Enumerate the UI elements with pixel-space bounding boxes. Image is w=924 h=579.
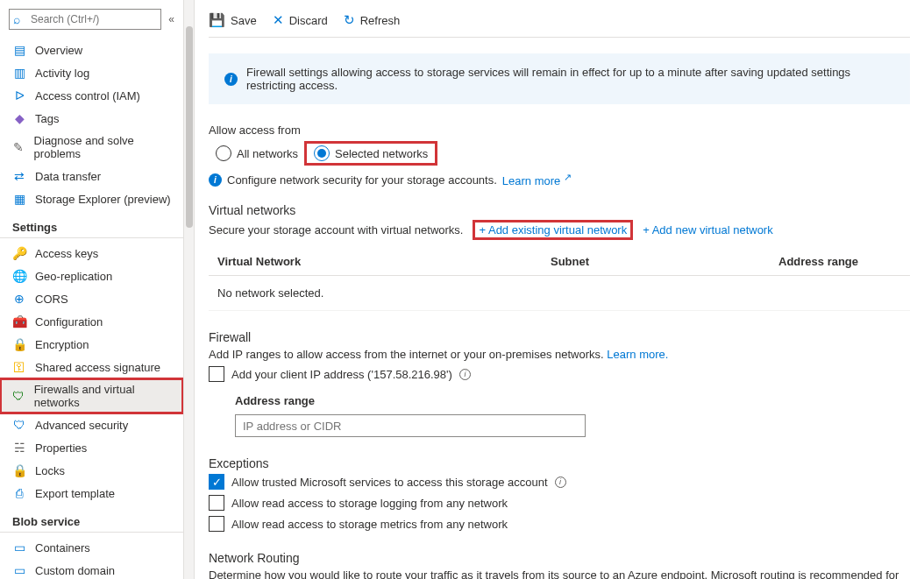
sidebar-item-encryption[interactable]: 🔒 Encryption [0, 333, 183, 356]
containers-icon: ▭ [12, 540, 26, 554]
sidebar-item-containers[interactable]: ▭ Containers [0, 536, 183, 559]
learn-more-link[interactable]: Learn more ↗ [502, 172, 572, 187]
sidebar-item-storage-explorer[interactable]: ▦ Storage Explorer (preview) [0, 187, 183, 210]
logging-label: Allow read access to storage logging fro… [231, 497, 508, 510]
add-existing-vnet-link[interactable]: + Add existing virtual network [473, 221, 632, 239]
sidebar-item-label: Tags [35, 112, 59, 125]
sidebar-item-label: Containers [35, 541, 90, 554]
sidebar-item-overview[interactable]: ▤ Overview [0, 39, 183, 61]
info-icon[interactable]: i [459, 369, 471, 380]
key-icon: 🔑 [12, 246, 26, 260]
sas-icon: ⚿ [12, 360, 26, 374]
access-control-icon: ᐅ [12, 88, 26, 102]
exceptions-heading: Exceptions [209, 456, 910, 470]
save-icon: 💾 [209, 12, 225, 28]
settings-group-header: Settings [0, 210, 183, 238]
info-icon: i [224, 73, 238, 86]
search-input[interactable] [9, 9, 161, 30]
lock-icon: 🔒 [12, 463, 26, 477]
sidebar-item-advanced-security[interactable]: 🛡 Advanced security [0, 413, 183, 436]
sidebar-item-label: CORS [35, 293, 68, 306]
radio-selected-networks[interactable]: Selected networks [305, 142, 437, 165]
sidebar-item-geo-replication[interactable]: 🌐 Geo-replication [0, 265, 183, 287]
metrics-checkbox[interactable] [209, 516, 224, 532]
sidebar-item-label: Locks [35, 464, 65, 477]
sidebar-item-label: Data transfer [35, 170, 101, 183]
discard-icon: ✕ [273, 12, 284, 28]
blob-service-group-header: Blob service [0, 505, 183, 533]
properties-icon: ☵ [12, 441, 26, 455]
banner-text: Firewall settings allowing access to sto… [246, 66, 894, 92]
sidebar-item-label: Storage Explorer (preview) [35, 193, 171, 206]
activity-log-icon: ▥ [12, 66, 26, 80]
encryption-icon: 🔒 [12, 337, 26, 351]
sidebar-item-custom-domain[interactable]: ▭ Custom domain [0, 559, 183, 579]
radio-label: All networks [237, 147, 298, 160]
custom-domain-icon: ▭ [12, 563, 26, 577]
sidebar-item-label: Firewalls and virtual networks [34, 383, 171, 409]
sidebar-item-label: Advanced security [35, 419, 128, 432]
toolbar: 💾 Save ✕ Discard ↻ Refresh [209, 12, 910, 38]
info-icon[interactable]: i [555, 477, 566, 488]
discard-button[interactable]: ✕ Discard [273, 12, 328, 28]
toolbar-label: Refresh [360, 14, 401, 27]
radio-all-networks[interactable]: All networks [209, 142, 305, 165]
sidebar-item-label: Shared access signature [35, 361, 160, 374]
sidebar-item-data-transfer[interactable]: ⇄ Data transfer [0, 165, 183, 187]
col-virtual-network: Virtual Network [217, 255, 551, 268]
tags-icon: ◆ [12, 111, 26, 125]
trusted-services-checkbox[interactable]: ✓ [209, 474, 224, 490]
search-icon: ⌕ [13, 12, 20, 26]
sidebar: ⌕ « ▤ Overview ▥ Activity log ᐅ Access c… [0, 0, 184, 579]
collapse-icon[interactable]: « [168, 13, 174, 25]
network-routing-desc: Determine how you would like to route yo… [209, 568, 910, 579]
sidebar-item-label: Export template [35, 487, 115, 500]
address-range-label: Address range [235, 394, 910, 407]
sidebar-item-activity-log[interactable]: ▥ Activity log [0, 61, 183, 84]
sidebar-item-access-control[interactable]: ᐅ Access control (IAM) [0, 84, 183, 107]
address-range-input[interactable] [235, 414, 586, 437]
sidebar-item-shared-access-signature[interactable]: ⚿ Shared access signature [0, 356, 183, 378]
sidebar-item-firewalls-vnet[interactable]: 🛡 Firewalls and virtual networks [0, 378, 183, 413]
save-button[interactable]: 💾 Save [209, 12, 257, 28]
firewall-learn-more-link[interactable]: Learn more. [607, 348, 668, 361]
data-transfer-icon: ⇄ [12, 169, 26, 183]
sidebar-item-label: Access keys [35, 247, 98, 260]
refresh-button[interactable]: ↻ Refresh [344, 12, 401, 28]
add-client-ip-label: Add your client IP address ('157.58.216.… [231, 368, 452, 381]
sidebar-item-label: Configuration [35, 315, 103, 328]
vnet-table-header: Virtual Network Subnet Address range [209, 248, 910, 276]
virtual-networks-heading: Virtual networks [209, 203, 910, 217]
sidebar-item-label: Overview [35, 44, 82, 57]
overview-icon: ▤ [12, 43, 26, 57]
sidebar-item-tags[interactable]: ◆ Tags [0, 107, 183, 130]
sidebar-item-access-keys[interactable]: 🔑 Access keys [0, 242, 183, 265]
shield-icon: 🛡 [12, 418, 26, 432]
sidebar-item-locks[interactable]: 🔒 Locks [0, 459, 183, 482]
scrollbar-thumb[interactable] [186, 26, 193, 228]
toolbar-label: Discard [289, 14, 328, 27]
add-client-ip-checkbox[interactable] [209, 366, 224, 382]
configuration-icon: 🧰 [12, 314, 26, 328]
export-icon: ⎙ [12, 486, 26, 500]
sidebar-item-label: Custom domain [35, 564, 115, 577]
sidebar-item-properties[interactable]: ☵ Properties [0, 436, 183, 459]
sidebar-item-label: Properties [35, 441, 87, 455]
vnet-secure-text: Secure your storage account with virtual… [209, 223, 463, 237]
storage-explorer-icon: ▦ [12, 192, 26, 206]
sidebar-scrollbar[interactable] [184, 0, 195, 579]
sidebar-item-export-template[interactable]: ⎙ Export template [0, 482, 183, 505]
sidebar-item-diagnose[interactable]: ✎ Diagnose and solve problems [0, 130, 183, 165]
network-routing-heading: Network Routing [209, 551, 910, 565]
logging-checkbox[interactable] [209, 495, 224, 511]
sidebar-item-cors[interactable]: ⊕ CORS [0, 287, 183, 310]
sidebar-item-configuration[interactable]: 🧰 Configuration [0, 310, 183, 333]
cors-icon: ⊕ [12, 292, 26, 306]
sidebar-item-label: Access control (IAM) [35, 89, 140, 102]
add-new-vnet-link[interactable]: + Add new virtual network [643, 223, 773, 237]
metrics-label: Allow read access to storage metrics fro… [231, 518, 508, 531]
sidebar-item-label: Geo-replication [35, 270, 112, 283]
sidebar-item-label: Encryption [35, 338, 89, 351]
allow-access-label: Allow access from [209, 124, 910, 137]
globe-icon: 🌐 [12, 269, 26, 283]
